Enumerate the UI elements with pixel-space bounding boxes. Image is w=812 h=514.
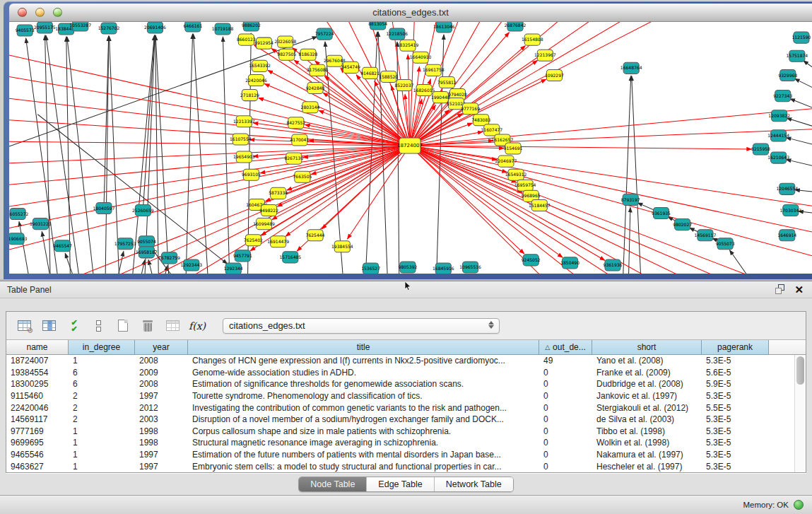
table-scrollbar-thumb[interactable]	[796, 356, 804, 385]
column-header-name[interactable]: name	[6, 340, 69, 355]
table-cell[interactable]: Tibbo et al. (1998)	[592, 426, 702, 436]
table-cell[interactable]: 1	[69, 356, 135, 366]
table-cell[interactable]: 2012	[135, 403, 188, 413]
table-cell[interactable]: 5.3E-5	[702, 450, 769, 460]
network-window[interactable]: citations_edges.txt 86601238912954232260…	[4, 1, 812, 279]
table-cell[interactable]: 1	[69, 426, 135, 436]
table-cell[interactable]: 9463627	[6, 462, 69, 472]
network-node[interactable]: 9886202	[242, 22, 261, 31]
network-node[interactable]: 16154808	[522, 34, 543, 45]
network-node[interactable]: 8215958	[751, 144, 770, 155]
float-panel-icon[interactable]	[775, 284, 786, 295]
table-row[interactable]: 977716911998Corpus callosum shape and si…	[6, 426, 794, 438]
table-cell[interactable]: 5.9E-5	[702, 379, 769, 389]
unselect-icon[interactable]	[89, 317, 107, 335]
network-node[interactable]: 8186328	[299, 49, 318, 60]
table-cell[interactable]: 1	[69, 450, 135, 460]
table-cell[interactable]: 0	[539, 462, 592, 472]
table-cell[interactable]: 1	[69, 462, 135, 472]
table-cell[interactable]: 0	[539, 438, 592, 448]
network-node[interactable]: 9805392	[399, 262, 418, 273]
table-cell[interactable]: de Silva et al. (2003)	[592, 414, 702, 424]
network-node[interactable]: 16914479	[267, 236, 289, 247]
network-node[interactable]: 18613046	[433, 22, 455, 33]
table-cell[interactable]: 2	[69, 403, 135, 413]
table-cell[interactable]: 6	[69, 379, 135, 389]
table-row[interactable]: 1872400712008Changes of HCN gene express…	[6, 355, 794, 367]
table-row[interactable]: 1830029562008Estimation of significance …	[6, 378, 794, 390]
network-node[interactable]: 25260659	[132, 204, 154, 216]
network-node[interactable]: 12218506	[387, 28, 408, 40]
table-cell[interactable]: 1997	[135, 391, 188, 401]
table-cell[interactable]: 5.3E-5	[702, 426, 769, 436]
network-node[interactable]: 8454749	[341, 62, 360, 73]
table-row[interactable]: 946554611997Estimation of the future num…	[6, 449, 794, 461]
table-cell[interactable]: Tourette syndrome. Phenomenology and cla…	[188, 391, 539, 401]
zoom-window-button[interactable]	[53, 8, 62, 17]
network-node[interactable]: 16782759	[158, 252, 180, 264]
tab-network-table[interactable]: Network Table	[435, 477, 513, 491]
network-node[interactable]: 14569117	[695, 230, 717, 241]
table-cell[interactable]: 5.6E-5	[702, 368, 769, 378]
table-cell[interactable]: 5.3E-5	[702, 414, 769, 424]
table-cell[interactable]: 18724007	[6, 356, 69, 366]
network-window-titlebar[interactable]: citations_edges.txt	[9, 4, 812, 22]
network-node[interactable]: 15751874	[787, 50, 808, 62]
network-node[interactable]: 20955175	[34, 22, 56, 33]
table-cell[interactable]: 0	[539, 414, 592, 424]
table-cell[interactable]: 2	[69, 391, 135, 401]
minimize-window-button[interactable]	[35, 8, 45, 17]
network-node[interactable]: 2718129	[240, 90, 259, 101]
table-cell[interactable]: 19384554	[6, 368, 69, 378]
network-node[interactable]: 16640910	[410, 52, 432, 63]
network-node[interactable]: 31756085	[307, 64, 329, 76]
table-cell[interactable]: 5.5E-5	[702, 403, 769, 413]
table-cell[interactable]: 5.3E-5	[702, 462, 769, 472]
tab-node-table[interactable]: Node Table	[299, 477, 367, 491]
close-window-button[interactable]	[18, 8, 27, 17]
table-row[interactable]: 2242004622012Investigating the contribut…	[6, 402, 794, 414]
table-row[interactable]: 1938455462009Genome-wide association stu…	[6, 367, 794, 379]
network-node[interactable]: 21906693	[9, 233, 28, 245]
network-node[interactable]: 16210643	[767, 152, 789, 163]
table-cell[interactable]: 22420046	[6, 403, 69, 413]
network-node[interactable]: 20691406	[144, 22, 166, 33]
table-cell[interactable]: Structural magnetic resonance image aver…	[188, 438, 539, 448]
table-cell[interactable]: 5.3E-5	[702, 391, 769, 401]
table-cell[interactable]: 14569117	[6, 414, 69, 424]
network-node[interactable]: 16543392	[249, 60, 271, 71]
network-node[interactable]: 16549312	[505, 169, 527, 180]
select-all-icon[interactable]: ✔✔	[64, 317, 83, 335]
delete-column-icon[interactable]	[139, 317, 157, 335]
network-node[interactable]: 8793197	[621, 194, 640, 205]
network-node[interactable]: 9245052	[522, 255, 541, 266]
network-node[interactable]: 8813054	[368, 22, 387, 30]
table-scrollbar[interactable]	[794, 355, 806, 472]
network-node[interactable]: 15184457	[529, 199, 551, 211]
network-node[interactable]: 8522037	[395, 79, 414, 90]
network-canvas[interactable]: 8660123891295423226058982750581863281654…	[9, 22, 812, 274]
network-node[interactable]: 12093822	[768, 110, 790, 122]
table-cell[interactable]: 49	[539, 356, 592, 366]
network-node[interactable]: 9361936	[604, 259, 623, 271]
network-node[interactable]: 4170041	[290, 134, 309, 146]
table-cell[interactable]: Wolkin et al. (1998)	[592, 438, 702, 448]
network-node[interactable]: 18724007	[397, 138, 423, 153]
column-header-short[interactable]: short	[592, 340, 702, 355]
network-node[interactable]: 7663505	[293, 171, 312, 182]
table-cell[interactable]: 9465546	[6, 450, 69, 460]
table-cell[interactable]: 2008	[135, 379, 188, 389]
network-node[interactable]: 12046554	[776, 183, 798, 194]
table-cell[interactable]: 9777169	[6, 426, 69, 436]
network-node[interactable]: 9457791	[233, 250, 252, 262]
network-node[interactable]: 16845916	[433, 263, 454, 274]
table-cell[interactable]: 0	[539, 426, 592, 436]
table-cell[interactable]: Jankovic et al. (1997)	[592, 391, 702, 401]
network-node[interactable]: 9777169	[461, 103, 480, 115]
table-cell[interactable]: 5.3E-5	[702, 356, 769, 366]
network-node[interactable]: 9802027	[673, 219, 692, 230]
table-cell[interactable]: Stergiakouli et al. (2012)	[592, 403, 702, 413]
network-node[interactable]: 18040597	[93, 202, 115, 214]
table-cell[interactable]: 1998	[135, 426, 188, 436]
table-cell[interactable]: Franke et al. (2009)	[592, 368, 702, 378]
